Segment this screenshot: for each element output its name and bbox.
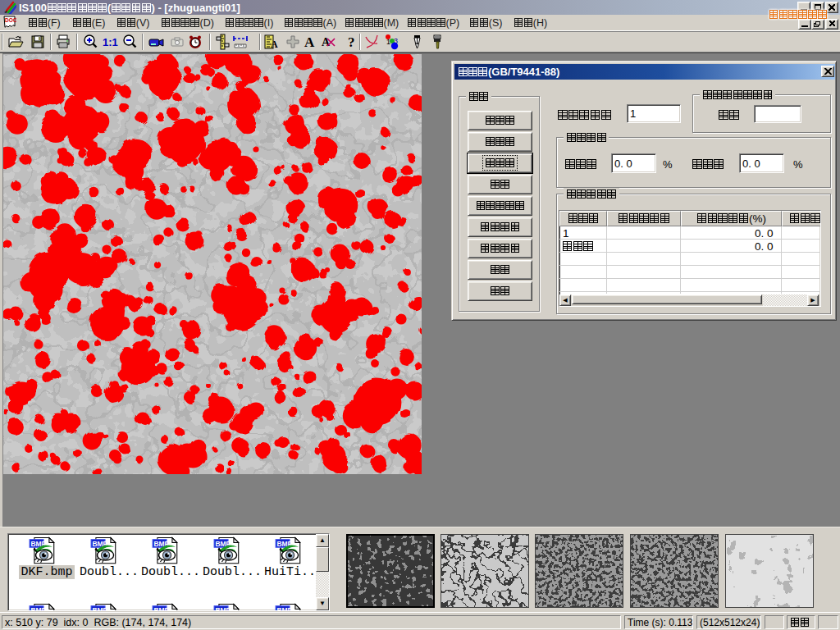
svg-text:?: ? bbox=[348, 34, 355, 50]
svg-text:BMP: BMP bbox=[92, 606, 107, 611]
svg-text:A: A bbox=[322, 36, 331, 48]
svg-text:BMP: BMP bbox=[153, 606, 169, 611]
svg-text:1:1: 1:1 bbox=[103, 36, 118, 48]
svg-text:BMP: BMP bbox=[215, 606, 231, 611]
svg-text:A: A bbox=[271, 39, 278, 50]
svg-text:BMP: BMP bbox=[30, 606, 46, 611]
svg-text:DOC: DOC bbox=[5, 17, 16, 23]
svg-text:A: A bbox=[304, 34, 315, 50]
svg-text:BMP: BMP bbox=[276, 606, 292, 611]
